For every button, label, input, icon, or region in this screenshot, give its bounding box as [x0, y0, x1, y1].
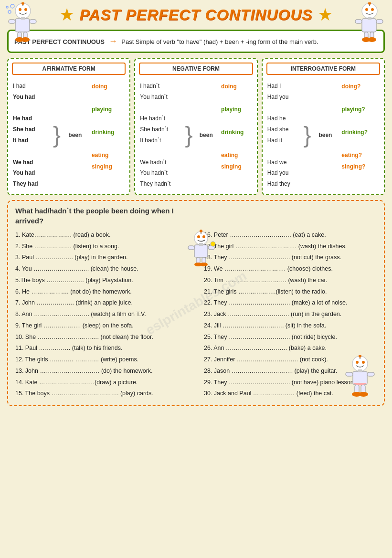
svg-point-30 [197, 235, 200, 238]
svg-rect-28 [368, 17, 371, 20]
robot-right-icon [351, 2, 387, 45]
list-item: 19. We …………………………. (choose) clothes. [204, 264, 377, 274]
svg-rect-50 [367, 372, 374, 376]
svg-rect-35 [188, 246, 194, 250]
svg-point-18 [371, 8, 374, 11]
forms-section: AFIRMATIVE FORM I hadYou hadHe hadShe ha… [7, 58, 385, 195]
affirmative-header: AFIRMATIVE FORM [12, 63, 126, 75]
exercise-left-column: 1. Kate………………. (read) a book. 2. She ………… [15, 231, 197, 400]
affirmative-been: been [67, 81, 91, 190]
list-item: 7. John ………………. (drink) an apple juice. [15, 298, 197, 307]
svg-point-54 [359, 392, 368, 397]
interrogative-pronouns: Had IHad youHad heHad sheHad itHad weHad… [267, 81, 302, 190]
affirmative-form: AFIRMATIVE FORM I hadYou hadHe hadShe ha… [7, 58, 130, 195]
list-item: 25. They …………………………. (not ride) bicycle. [204, 333, 377, 342]
negative-verbs: doing playing drinking eating singing [221, 81, 252, 190]
negative-pronouns: I hadn`tYou hadn`tHe hadn`tShe hadn`tIt … [140, 81, 183, 190]
page-title: PAST PERFECT CONTINUOUS [79, 6, 312, 24]
list-item: 21. The girls ……………….(listen) to the rad… [204, 287, 377, 296]
interrogative-brace: } [303, 81, 317, 190]
svg-rect-23 [376, 20, 383, 23]
interrogative-header: INTERROGATIVE FORM [266, 63, 380, 75]
svg-rect-6 [9, 20, 15, 23]
affirmative-pronouns: I hadYou hadHe hadShe had It hadWe hadYo… [13, 81, 51, 190]
list-item: 26. Ann …………………………. (bake) a cake. [204, 344, 377, 353]
list-item: 24. Jill …………………………. (sit) in the sofa. [204, 321, 377, 330]
list-item: 22. They …………………………. (make) a lot of noi… [204, 298, 377, 307]
svg-rect-48 [353, 371, 367, 385]
list-item: 6. He ………………. (not do) the homework. [15, 287, 197, 296]
svg-rect-5 [15, 19, 30, 32]
list-item: 4. You ………………………. (clean) the house. [15, 264, 197, 274]
svg-point-31 [202, 235, 205, 238]
list-item: 20. Tim …………………………. (wash) the car. [204, 276, 377, 285]
svg-point-42 [211, 242, 215, 246]
arrow-icon: → [109, 36, 117, 46]
list-item: 18. They …………………………. (not cut) the grass… [204, 253, 377, 262]
definition-text: Past Simple of verb "to have" (had) + be… [121, 38, 318, 45]
svg-rect-49 [346, 372, 353, 376]
robot-bottom-right-icon [343, 355, 377, 400]
negative-form: NEGATIVE FORM I hadn`tYou hadn`tHe hadn`… [134, 58, 257, 195]
definition-box: PAST PERFECT CONTINUOUS → Past Simple of… [7, 30, 385, 53]
exercise-title: What had/hadn`t the people been doing wh… [15, 206, 187, 226]
list-item: 11. Paul ……………. (talk) to his friends. [15, 344, 197, 353]
list-item: 15. The boys ……………………………. (play) cards. [15, 389, 197, 398]
list-item: 8. Ann ………………………. (watch) a film on T.V. [15, 310, 197, 319]
list-item: 1. Kate………………. (read) a book. [15, 231, 197, 240]
svg-point-44 [356, 361, 359, 364]
svg-point-45 [362, 361, 365, 364]
svg-rect-55 [358, 369, 362, 372]
list-item: 3. Paul ………………. (play) in the garden. [15, 253, 197, 262]
list-item: 5.The boys ………………. (play) Playstation. [15, 276, 197, 285]
svg-point-14 [6, 6, 8, 8]
list-item: 17. The girl …………………………. (wash) the dish… [204, 242, 377, 251]
svg-rect-7 [30, 20, 36, 23]
affirmative-brace: } [52, 81, 66, 190]
negative-header: NEGATIVE FORM [139, 63, 253, 75]
negative-been: been [198, 81, 220, 190]
svg-point-11 [21, 37, 30, 42]
svg-point-17 [365, 8, 368, 11]
interrogative-been: been [317, 81, 340, 190]
svg-rect-34 [194, 245, 208, 257]
list-item: 14. Kate ……………………….(draw) a picture. [15, 378, 197, 387]
list-item: 9. The girl ………………. (sleep) on the sofa. [15, 321, 197, 330]
svg-point-15 [11, 4, 14, 8]
robot-left-icon [5, 2, 41, 45]
star-right-icon: ★ [318, 5, 333, 25]
exercise-section: eslprintables.com What had/hadn`t the pe… [7, 200, 385, 406]
negative-brace: } [184, 81, 197, 190]
svg-point-1 [19, 8, 21, 11]
svg-point-33 [200, 230, 202, 232]
list-item: 23. Jack …………………………. (run) in the garden… [204, 310, 377, 319]
svg-point-2 [24, 8, 27, 11]
svg-rect-21 [362, 19, 376, 32]
svg-rect-41 [199, 243, 203, 246]
svg-point-40 [200, 263, 208, 266]
list-item: 16. Peter …………………………. (eat) a cake. [204, 231, 377, 240]
list-item: 10. She …………………………. (not clean) the floo… [15, 333, 197, 342]
affirmative-verbs: doing playing drinking eating singing [92, 81, 125, 190]
svg-rect-12 [21, 17, 25, 20]
list-item: 12. The girls ………… ………… (write) poems. [15, 355, 197, 364]
interrogative-verbs: doing? playing? drinking? eating? singin… [341, 81, 379, 190]
svg-point-27 [368, 37, 376, 42]
svg-rect-22 [355, 20, 362, 23]
list-item: 13. John ………………………… (do) the homework. [15, 367, 197, 376]
page-header: ★ PAST PERFECT CONTINUOUS ★ [0, 0, 392, 27]
star-left-icon: ★ [59, 5, 74, 25]
list-item: 2. She ………………. (listen) to a song. [15, 242, 197, 251]
interrogative-form: INTERROGATIVE FORM Had IHad youHad heHad… [262, 58, 385, 195]
svg-point-13 [8, 11, 11, 13]
robot-middle-icon [186, 230, 217, 273]
